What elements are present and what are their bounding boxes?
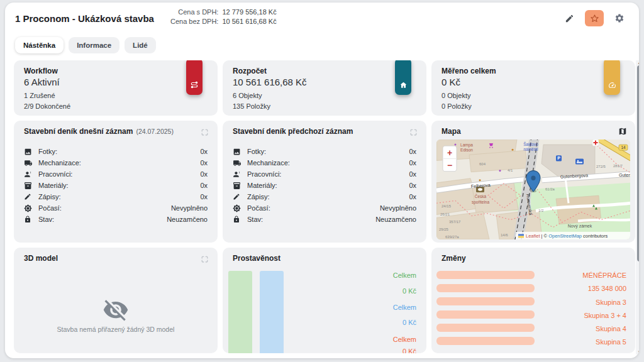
- expand-icon[interactable]: [201, 128, 209, 136]
- lock-icon: [24, 216, 33, 224]
- edit-button[interactable]: [561, 10, 577, 26]
- changes-bar: [436, 271, 535, 279]
- map-attribution: Leaflet | © OpenStreetMap contributors: [516, 232, 630, 239]
- svg-text:Leaflet | © OpenStreetMap cont: Leaflet | © OpenStreetMap contributors: [526, 233, 608, 239]
- progress-value: 0 Kč: [402, 348, 416, 353]
- progress-card: Prostavěnost Celkem 0 Kč Celkem 0 Kč Cel…: [223, 248, 426, 353]
- diary-row-label: Stav:: [38, 216, 167, 223]
- osm-link[interactable]: OpenStreetMap: [548, 233, 582, 239]
- map-card: Mapa: [431, 121, 635, 243]
- changes-title: Změny: [441, 254, 466, 263]
- leaflet-map[interactable]: P 14 Lampa: [436, 140, 630, 239]
- tab-nastenka[interactable]: Nástěnka: [15, 37, 64, 53]
- diary-row-label: Mechanizace:: [247, 159, 409, 167]
- diary-row-value: 0x: [409, 148, 416, 155]
- diary-row-value: 0x: [200, 182, 208, 189]
- measured-card-title: Měřeno celkem: [441, 67, 496, 75]
- changes-bar: [436, 337, 535, 345]
- ukraine-flag-icon: [518, 234, 524, 236]
- workflow-active-value: 6 Aktivní: [24, 77, 60, 87]
- svg-text:Gutenb: Gutenb: [619, 173, 630, 177]
- svg-text:14/6: 14/6: [501, 233, 508, 237]
- changes-label: Skupina 3 + 4: [584, 312, 626, 319]
- diary-row-label: Pracovníci:: [247, 170, 409, 178]
- map-zoom-control[interactable]: + −: [443, 146, 457, 172]
- changes-bar: [436, 310, 535, 319]
- zoom-out-button: −: [447, 160, 452, 170]
- svg-text:24/15: 24/15: [441, 204, 452, 208]
- diary-row-label: Stav:: [247, 216, 375, 223]
- price-without-vat-label: Cena bez DPH:: [170, 18, 218, 25]
- diary-row: Počasí:Nevyplněno: [233, 202, 416, 214]
- svg-text:272/5: 272/5: [596, 165, 606, 168]
- budget-card[interactable]: Rozpočet 10 561 616,68 Kč 6 Objekty 135 …: [223, 60, 426, 116]
- diary-row-value: 0x: [200, 193, 208, 200]
- materials-icon: [24, 182, 33, 190]
- diary-row-label: Zápisy:: [247, 193, 409, 200]
- budget-total-value: 10 561 616,68 Kč: [233, 77, 307, 87]
- svg-text:spořitelna: spořitelna: [472, 200, 490, 205]
- svg-text:Šaldovo: Šaldovo: [523, 141, 538, 146]
- diary-previous-card: Stavební deník předchozí záznam Fotky:0x…: [223, 121, 426, 243]
- gauge-icon: [608, 81, 616, 89]
- diary-row-value: 0x: [409, 182, 416, 189]
- truck-icon: [233, 159, 242, 167]
- svg-text:357/17: 357/17: [449, 220, 461, 224]
- measured-card[interactable]: Měřeno celkem 0 Kč 0 Objekty 0 Položky: [431, 60, 635, 116]
- svg-text:1/2: 1/2: [538, 209, 544, 212]
- scrollbar-thumb[interactable]: [637, 65, 640, 261]
- price-without-vat-value: 10 561 616,68 Kč: [222, 18, 276, 25]
- svg-text:náměstí: náměstí: [523, 147, 538, 151]
- expand-icon[interactable]: [201, 255, 209, 263]
- progress-value: 0 Kč: [402, 287, 416, 295]
- budget-badge: [395, 60, 411, 95]
- eye-off-icon: [14, 297, 218, 323]
- svg-text:61/2a: 61/2a: [545, 187, 555, 191]
- tab-lide[interactable]: Lidé: [125, 37, 156, 53]
- svg-text:604: 604: [479, 162, 486, 165]
- diary-row-value: 0x: [409, 170, 416, 178]
- model3d-empty-state: Stavba nemá přiřazený žádný 3D model: [14, 297, 218, 333]
- scroll-down-arrow[interactable]: ▼: [636, 350, 639, 354]
- diary-row: Počasí:Nevyplněno: [24, 202, 208, 214]
- app-window: 1 Proconom - Ukázková stavba Cena s DPH:…: [5, 3, 639, 358]
- diary-row: Zápisy:0x: [233, 191, 416, 202]
- diary-row-value: Nevyplněno: [380, 204, 416, 212]
- diary-today-card: Stavební deník dnešní záznam(24.07.2025)…: [14, 121, 218, 243]
- pencil-icon: [233, 193, 242, 201]
- scroll-up-arrow[interactable]: ▲: [636, 61, 639, 65]
- workflow-card[interactable]: Workflow 6 Aktivní 1 Zrušené 2/9 Dokonče…: [14, 60, 218, 116]
- tab-informace[interactable]: Informace: [69, 37, 119, 53]
- svg-text:29/25: 29/25: [439, 228, 449, 231]
- worker-icon: [233, 170, 242, 178]
- zoom-in-button: +: [447, 148, 452, 158]
- changes-bar: [436, 324, 535, 332]
- diary-row-value: Nevyplněno: [171, 204, 208, 212]
- diary-row-label: Fotky:: [38, 148, 200, 155]
- changes-label: 135 348 000: [588, 285, 626, 292]
- diary-row: Materiály:0x: [233, 180, 416, 191]
- leaflet-link[interactable]: Leaflet: [526, 233, 540, 239]
- proconom-dashboard: 1 Proconom - Ukázková stavba Cena s DPH:…: [0, 0, 644, 362]
- price-summary: Cena s DPH: Cena bez DPH: 12 779 556,18 …: [170, 8, 277, 25]
- budget-objects: 6 Objekty: [233, 92, 262, 99]
- measured-badge: [604, 60, 620, 95]
- measured-total-value: 0 Kč: [441, 77, 460, 87]
- workflow-cancelled: 1 Zrušené: [24, 92, 55, 99]
- star-icon: [590, 14, 599, 23]
- favorite-button[interactable]: [585, 10, 604, 26]
- changes-label: Skupina 5: [596, 338, 626, 346]
- diary-row: Fotky:0x: [24, 146, 208, 157]
- map-icon[interactable]: [618, 127, 626, 135]
- diary-row-label: Pracovníci:: [38, 170, 200, 178]
- svg-text:4/1: 4/1: [508, 168, 513, 172]
- gear-icon: [614, 13, 625, 23]
- header-actions: [561, 10, 628, 26]
- diary-row-label: Materiály:: [247, 182, 409, 189]
- settings-button[interactable]: [611, 10, 628, 26]
- expand-icon[interactable]: [409, 128, 418, 136]
- diary-row-label: Mechanizace:: [38, 159, 200, 167]
- diary-row-label: Počasí:: [247, 204, 380, 212]
- svg-text:Nový zámek: Nový zámek: [568, 224, 592, 229]
- diary-today-title: Stavební deník dnešní záznam(24.07.2025): [24, 127, 174, 136]
